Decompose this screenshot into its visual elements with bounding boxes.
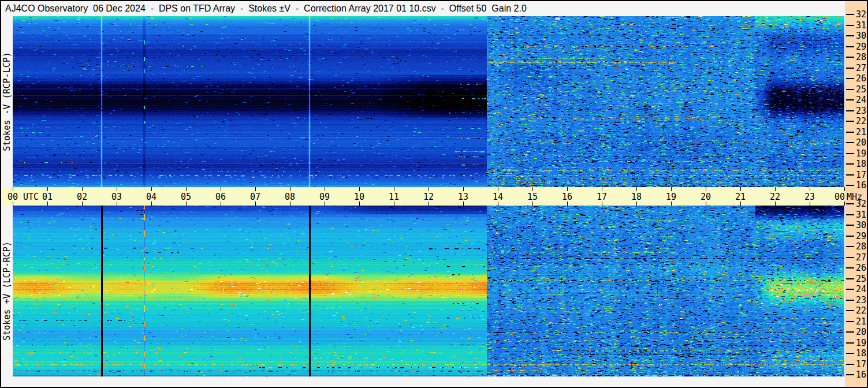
time-tick (221, 202, 221, 206)
freq-tick (846, 68, 854, 69)
freq-tick (846, 310, 854, 311)
freq-tick-label: 24 (856, 95, 867, 105)
freq-tick-label: 17 (856, 170, 867, 180)
freq-tick (846, 153, 854, 154)
time-tick (117, 202, 117, 206)
freq-tick-label: 18 (856, 159, 867, 169)
time-tick (463, 187, 464, 191)
time-tick (810, 187, 810, 191)
freq-tick (846, 364, 854, 365)
time-tick-label: 07 (245, 192, 266, 202)
freq-tick-label: 21 (856, 316, 867, 327)
time-tick-label: 15 (522, 192, 543, 202)
time-tick-label: 03 (106, 192, 127, 202)
time-tick (810, 202, 810, 206)
time-tick (532, 202, 533, 206)
time-tick-label: 01 (37, 192, 58, 202)
freq-tick-label: 16 (856, 370, 867, 380)
time-tick (13, 202, 13, 206)
time-tick-label: 13 (453, 192, 474, 202)
time-tick (221, 187, 221, 191)
time-tick (13, 187, 13, 191)
time-tick (186, 187, 187, 191)
time-tick (359, 187, 360, 191)
freq-tick (846, 46, 854, 47)
freq-tick-label: 28 (856, 241, 867, 252)
freq-tick (846, 289, 854, 290)
time-tick (325, 202, 325, 206)
freq-tick-label: 18 (856, 348, 867, 359)
freq-tick (846, 78, 854, 79)
freq-tick-label: 26 (856, 263, 867, 273)
time-tick-label: 22 (765, 192, 785, 202)
time-tick (394, 187, 394, 191)
time-tick-label: 08 (280, 192, 300, 202)
time-tick (775, 202, 776, 206)
freq-tick (846, 203, 854, 204)
time-tick (671, 202, 672, 206)
freq-tick-label: 17 (856, 359, 867, 370)
time-tick (636, 187, 637, 191)
time-tick (325, 187, 325, 191)
time-tick (47, 187, 48, 191)
freq-tick (846, 278, 854, 279)
time-tick (394, 202, 394, 206)
spectrogram-canvas-top (13, 16, 844, 187)
freq-tick-label: 19 (856, 338, 867, 348)
time-tick-label: 11 (383, 192, 404, 202)
time-tick (82, 202, 83, 206)
freq-tick (846, 132, 854, 133)
freq-tick-label: 27 (856, 252, 867, 263)
freq-tick-label: 20 (856, 137, 867, 148)
time-tick-label: 09 (314, 192, 335, 202)
freq-tick (846, 257, 854, 258)
image-area: AJ4CO Observatory 06 Dec 2024 - DPS on T… (1, 1, 867, 387)
time-tick (463, 202, 464, 206)
time-tick-label: 06 (210, 192, 231, 202)
time-tick (290, 202, 290, 206)
time-tick (775, 187, 776, 191)
time-tick (706, 202, 706, 206)
freq-tick (846, 163, 854, 165)
freq-tick (846, 353, 854, 354)
freq-tick-label: 30 (856, 220, 867, 230)
time-tick (255, 202, 256, 206)
time-tick-label: 00 (2, 192, 23, 202)
time-tick-label: 18 (626, 192, 647, 202)
time-tick (151, 187, 152, 191)
time-tick (602, 187, 602, 191)
freq-tick (846, 246, 854, 247)
freq-tick (846, 142, 854, 143)
time-tick-label: 21 (730, 192, 751, 202)
time-tick (429, 202, 429, 206)
time-tick (151, 202, 152, 206)
time-tick (671, 187, 672, 191)
freq-tick (846, 14, 854, 15)
freq-tick-label: 27 (856, 63, 867, 73)
freq-tick (846, 35, 854, 36)
time-tick-label: 04 (141, 192, 162, 202)
time-tick (532, 187, 533, 191)
freq-tick-label: 21 (856, 127, 867, 137)
time-tick-label: 05 (176, 192, 196, 202)
freq-tick (846, 267, 854, 268)
freq-tick (846, 214, 854, 215)
page-title: AJ4CO Observatory 06 Dec 2024 - DPS on T… (5, 3, 527, 14)
time-tick (290, 187, 290, 191)
time-tick (429, 187, 429, 191)
freq-tick (846, 25, 854, 26)
freq-tick (846, 300, 854, 301)
freq-tick-label: 24 (856, 284, 867, 294)
mhz-unit-label: MHz (847, 192, 862, 202)
freq-tick-label: 29 (856, 42, 867, 52)
freq-tick-label: 19 (856, 148, 867, 159)
freq-tick (846, 57, 854, 58)
observatory-spectrogram-window: AJ4CO Observatory 06 Dec 2024 - DPS on T… (0, 0, 868, 388)
time-tick-label: 12 (418, 192, 439, 202)
time-tick (567, 187, 568, 191)
panel-label-stokes-plus-v: Stokes +V (LCP-RCP) (1, 206, 13, 376)
time-tick (82, 187, 83, 191)
freq-tick-label: 32 (856, 9, 867, 20)
freq-tick (846, 110, 854, 111)
freq-tick (846, 121, 854, 122)
